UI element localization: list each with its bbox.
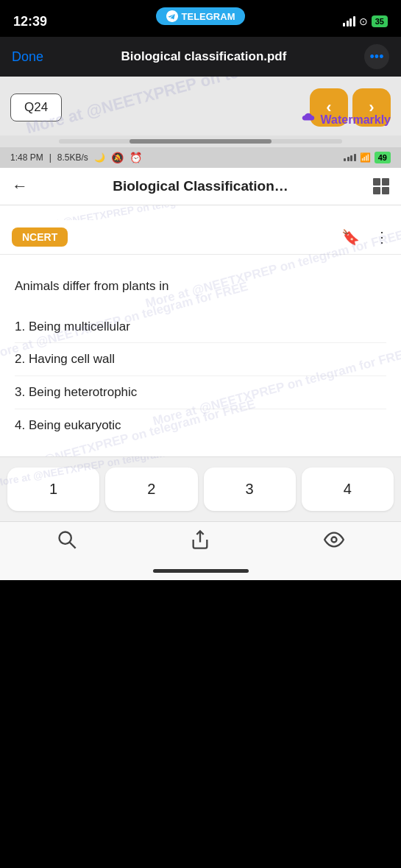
bookmark-icon[interactable]: 🔖 xyxy=(341,228,360,246)
inner-wifi-icon: 📶 xyxy=(360,152,371,163)
inner-time: 1:48 PM xyxy=(10,152,43,163)
notification-icon: 🔕 xyxy=(111,152,124,163)
status-right: ⊙ 35 xyxy=(343,15,388,27)
option-1: 1. Being multicellular xyxy=(15,311,386,344)
scroll-thumb xyxy=(129,139,272,144)
answer-button-2[interactable]: 2 xyxy=(105,467,197,511)
ncert-badge: NCERT xyxy=(12,227,68,247)
signal-bar-4 xyxy=(353,16,355,27)
toolbar-more-icon[interactable]: ⋮ xyxy=(375,228,389,246)
option-2: 2. Having cell wall xyxy=(15,343,386,376)
home-bar xyxy=(153,569,249,573)
signal-bars xyxy=(343,16,355,27)
answer-button-4[interactable]: 4 xyxy=(302,467,394,511)
isb-1 xyxy=(344,158,346,161)
scroll-indicator-container xyxy=(0,135,401,147)
home-indicator xyxy=(0,565,401,580)
inner-status-bar: 1:48 PM | 8.5KB/s 🌙 🔕 ⏰ 📶 49 xyxy=(0,147,401,168)
search-icon xyxy=(57,529,77,550)
inner-signal-bars xyxy=(344,154,356,161)
toolbar-right: 🔖 ⋮ xyxy=(341,228,389,246)
inner-status-right: 📶 49 xyxy=(344,152,391,163)
grid-cell-3 xyxy=(373,187,380,194)
signal-bar-1 xyxy=(343,23,345,27)
grid-cell-4 xyxy=(382,187,389,194)
alarm-icon: ⏰ xyxy=(129,152,142,163)
share-tab[interactable] xyxy=(190,529,210,550)
signal-bar-3 xyxy=(349,18,352,27)
isb-4 xyxy=(354,154,356,161)
options-list: 1. Being multicellular 2. Having cell wa… xyxy=(15,311,386,442)
view-tab[interactable] xyxy=(324,529,344,550)
telegram-pill-container: TELEGRAM xyxy=(156,7,246,25)
status-bar: 12:39 TELEGRAM ⊙ 35 xyxy=(0,0,401,37)
more-options-button[interactable]: ••• xyxy=(364,44,389,69)
question-content: More at @NEETXPREP on telegram for FREE … xyxy=(0,255,401,456)
watermark-row-1: More at @NEETXPREP on telegram for FREE xyxy=(0,205,401,220)
scroll-indicator xyxy=(59,139,342,144)
eye-icon xyxy=(324,529,344,550)
answer-button-3[interactable]: 3 xyxy=(204,467,296,511)
question-number: Q24 xyxy=(10,93,62,121)
question-text: Animals differ from plants in xyxy=(15,277,386,296)
grid-view-icon[interactable] xyxy=(373,178,389,194)
back-button[interactable]: ← xyxy=(12,177,28,196)
watermark-1: More at @NEETXPREP on telegram for FREE xyxy=(23,205,241,220)
isb-2 xyxy=(347,157,349,161)
watermarkly-logo-icon xyxy=(300,112,316,128)
more-options-icon: ••• xyxy=(370,49,384,65)
wifi-icon: ⊙ xyxy=(359,15,368,27)
done-button[interactable]: Done xyxy=(12,49,43,65)
svg-point-3 xyxy=(332,537,337,542)
content-header: ← Biological Classification… xyxy=(0,168,401,205)
grid-cell-1 xyxy=(373,178,380,186)
telegram-pill: TELEGRAM xyxy=(156,7,246,25)
pdf-header: Done Biological classification.pdf ••• xyxy=(0,37,401,77)
share-icon xyxy=(190,529,210,550)
watermarkly-brand: Watermarkly xyxy=(300,112,391,128)
answer-section-wrapper: More at @NEETXPREP on telegram for FREE … xyxy=(0,456,401,521)
isb-3 xyxy=(350,155,352,161)
search-tab[interactable] xyxy=(57,529,77,550)
signal-bar-2 xyxy=(347,21,349,27)
pdf-title: Biological classification.pdf xyxy=(121,49,287,64)
telegram-icon xyxy=(166,10,178,22)
status-time: 12:39 xyxy=(13,14,47,29)
option-3: 3. Being heterotrophic xyxy=(15,376,386,409)
inner-speed-value: 8.5KB/s xyxy=(57,152,88,163)
watermarkly-text: Watermarkly xyxy=(321,113,391,127)
inner-battery: 49 xyxy=(375,152,391,163)
inner-speed: | xyxy=(49,152,52,163)
answer-section: 1 2 3 4 xyxy=(0,456,401,521)
grid-cell-2 xyxy=(382,178,389,186)
q24-section: Q24 More at @NEETXPREP on telegram ‹ › W… xyxy=(0,77,401,135)
content-title: Biological Classification… xyxy=(113,178,288,194)
option-4: 4. Being eukaryotic xyxy=(15,409,386,442)
inner-status-left: 1:48 PM | 8.5KB/s 🌙 🔕 ⏰ xyxy=(10,152,142,163)
svg-line-1 xyxy=(69,542,75,548)
answer-button-1[interactable]: 1 xyxy=(7,467,99,511)
watermark-text-q24: More at @NEETXPREP on telegram xyxy=(24,77,292,135)
ncert-toolbar: NCERT 🔖 ⋮ xyxy=(0,220,401,255)
battery-indicator: 35 xyxy=(372,15,388,27)
telegram-label: TELEGRAM xyxy=(182,11,235,22)
svg-point-0 xyxy=(59,532,71,543)
bottom-tab-bar xyxy=(0,521,401,565)
moon-icon: 🌙 xyxy=(94,152,105,163)
